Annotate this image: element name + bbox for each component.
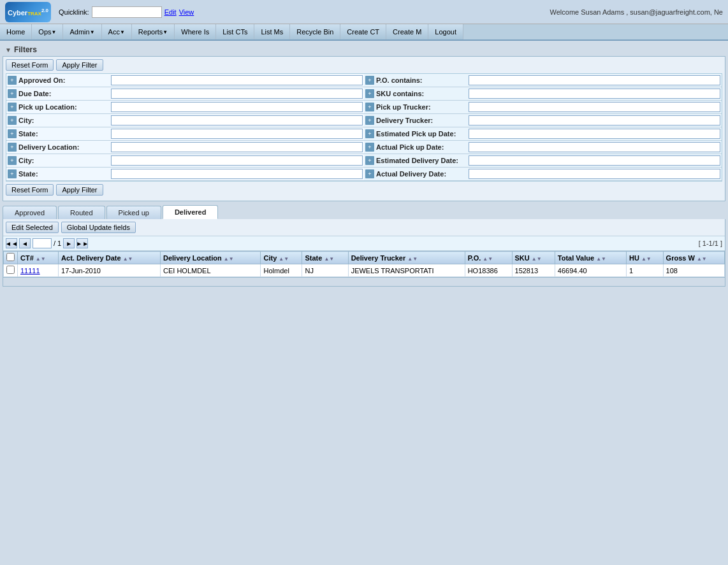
quicklink-edit-link[interactable]: Edit xyxy=(164,8,177,16)
page-input[interactable]: 1 xyxy=(33,238,52,248)
sort-icon-8: ▲▼ xyxy=(596,256,606,262)
table-toolbar: Edit Selected Global Update fields xyxy=(3,219,725,236)
filter-label-right-4: Estimated Pick up Date: xyxy=(376,130,469,138)
next-page-btn[interactable]: ► xyxy=(63,238,75,248)
th-act.-delivery-date[interactable]: Act. Delivery Date ▲▼ xyxy=(59,252,161,264)
table-container: Edit Selected Global Update fields ◄◄ ◄ … xyxy=(3,219,725,287)
nav-item-create-m[interactable]: Create M xyxy=(386,24,428,39)
sort-icon-1: ▲▼ xyxy=(123,256,133,262)
filter-input-right-2[interactable] xyxy=(469,102,720,112)
filter-expand-right-0[interactable]: + xyxy=(365,76,374,85)
reset-form-btn-bottom[interactable]: Reset Form xyxy=(6,184,54,196)
filter-input-left-5[interactable] xyxy=(111,142,363,152)
filter-input-right-6[interactable] xyxy=(469,155,720,166)
select-all-checkbox[interactable] xyxy=(6,253,15,261)
reset-form-btn-top[interactable]: Reset Form xyxy=(6,59,54,71)
th-p.o.[interactable]: P.O. ▲▼ xyxy=(465,252,512,264)
logo-text: CyberTRAX2.0 xyxy=(8,8,48,17)
th-city[interactable]: City ▲▼ xyxy=(261,252,302,264)
tab-routed[interactable]: Routed xyxy=(58,206,105,219)
th-delivery-trucker[interactable]: Delivery Trucker ▲▼ xyxy=(348,252,465,264)
nav-item-recycle-bin[interactable]: Recycle Bin xyxy=(290,24,340,39)
row-checkbox-0[interactable] xyxy=(6,266,15,274)
th-hu[interactable]: HU ▲▼ xyxy=(626,252,663,264)
first-page-btn[interactable]: ◄◄ xyxy=(6,238,17,248)
filter-input-right-1[interactable] xyxy=(469,89,720,99)
global-update-btn[interactable]: Global Update fields xyxy=(61,222,136,233)
filter-expand-right-3[interactable]: + xyxy=(365,116,374,125)
nav-item-logout[interactable]: Logout xyxy=(428,24,463,39)
th-delivery-location[interactable]: Delivery Location ▲▼ xyxy=(161,252,261,264)
filter-input-left-6[interactable] xyxy=(111,155,363,166)
row-checkbox-cell-0 xyxy=(4,264,18,277)
th-ct#[interactable]: CT# ▲▼ xyxy=(18,252,59,264)
filter-expand-left-6[interactable]: + xyxy=(8,156,17,165)
last-page-btn[interactable]: ►► xyxy=(76,238,88,248)
cell-ct-num-0[interactable]: 11111 xyxy=(18,264,59,277)
filter-input-left-1[interactable] xyxy=(111,89,363,99)
nav-item-ops[interactable]: Ops xyxy=(32,24,63,39)
th-sku[interactable]: SKU ▲▼ xyxy=(512,252,555,264)
apply-filter-btn-bottom[interactable]: Apply Filter xyxy=(56,184,103,196)
nav-item-home[interactable]: Home xyxy=(0,24,32,39)
sort-icon-6: ▲▼ xyxy=(483,256,493,262)
nav-item-where-is[interactable]: Where Is xyxy=(175,24,216,39)
filter-input-left-2[interactable] xyxy=(111,102,363,112)
filter-expand-right-5[interactable]: + xyxy=(365,143,374,152)
apply-filter-btn-top[interactable]: Apply Filter xyxy=(56,59,103,71)
filter-input-left-3[interactable] xyxy=(111,115,363,125)
filter-input-right-4[interactable] xyxy=(469,129,720,139)
filter-row-left-7: + State: xyxy=(6,168,364,181)
filter-row-left-2: + Pick up Location: xyxy=(6,101,364,114)
filter-expand-right-6[interactable]: + xyxy=(365,156,374,165)
bottom-scrollbar-inner[interactable] xyxy=(3,278,725,286)
filter-row-right-3: + Delivery Trucker: xyxy=(364,114,722,127)
nav-item-acc[interactable]: Acc xyxy=(102,24,132,39)
nav-item-list-ms[interactable]: List Ms xyxy=(254,24,290,39)
filter-expand-left-5[interactable]: + xyxy=(8,143,17,152)
filter-input-right-0[interactable] xyxy=(469,75,720,85)
nav-item-create-ct[interactable]: Create CT xyxy=(340,24,386,39)
filter-expand-left-0[interactable]: + xyxy=(8,76,17,85)
filter-row-left-1: + Due Date: xyxy=(6,87,364,101)
filter-input-right-7[interactable] xyxy=(469,169,720,179)
th-gross-w[interactable]: Gross W ▲▼ xyxy=(663,252,724,264)
filter-expand-right-7[interactable]: + xyxy=(365,169,374,178)
tab-picked-up[interactable]: Picked up xyxy=(106,206,161,219)
edit-selected-btn[interactable]: Edit Selected xyxy=(6,222,59,233)
filter-expand-right-1[interactable]: + xyxy=(365,89,374,98)
tab-delivered[interactable]: Delivered xyxy=(163,205,219,219)
prev-page-btn[interactable]: ◄ xyxy=(19,238,31,248)
nav-item-reports[interactable]: Reports xyxy=(132,24,175,39)
quicklink-view-link[interactable]: View xyxy=(179,8,194,16)
filter-expand-right-2[interactable]: + xyxy=(365,103,374,111)
filter-input-right-3[interactable] xyxy=(469,115,720,125)
tab-approved[interactable]: Approved xyxy=(3,206,57,219)
nav-item-admin[interactable]: Admin xyxy=(63,24,101,39)
th-state[interactable]: State ▲▼ xyxy=(302,252,348,264)
filters-toggle-icon[interactable]: ▼ xyxy=(5,46,11,54)
filter-expand-left-1[interactable]: + xyxy=(8,89,17,98)
filter-expand-right-4[interactable]: + xyxy=(365,129,374,138)
quicklink-input[interactable] xyxy=(92,6,162,18)
quicklink-area: Quicklink: Edit View xyxy=(59,6,194,18)
th-total-value[interactable]: Total Value ▲▼ xyxy=(555,252,626,264)
table-scroll-area[interactable]: CT# ▲▼Act. Delivery Date ▲▼Delivery Loca… xyxy=(3,251,725,277)
filter-row-left-3: + City: xyxy=(6,114,364,127)
filter-input-right-5[interactable] xyxy=(469,142,720,152)
filter-input-left-4[interactable] xyxy=(111,129,363,139)
filter-expand-left-3[interactable]: + xyxy=(8,116,17,125)
filter-expand-left-4[interactable]: + xyxy=(8,129,17,138)
tabs-area: ApprovedRoutedPicked upDelivered Edit Se… xyxy=(3,205,725,287)
filter-input-left-0[interactable] xyxy=(111,75,363,85)
tabs-row: ApprovedRoutedPicked upDelivered xyxy=(3,205,725,219)
bottom-scrollbar[interactable] xyxy=(3,277,725,286)
filter-input-left-7[interactable] xyxy=(111,169,363,179)
ct-link-0[interactable]: 11111 xyxy=(20,267,40,275)
cell-act-delivery-date-0: 17-Jun-2010 xyxy=(59,264,161,277)
filter-row-right-5: + Actual Pick up Date: xyxy=(364,141,722,154)
filter-expand-left-7[interactable]: + xyxy=(8,169,17,178)
nav-item-list-cts[interactable]: List CTs xyxy=(216,24,254,39)
welcome-text: Welcome Susan Adams , susan@jaguarfreigh… xyxy=(550,8,723,16)
filter-expand-left-2[interactable]: + xyxy=(8,103,17,111)
